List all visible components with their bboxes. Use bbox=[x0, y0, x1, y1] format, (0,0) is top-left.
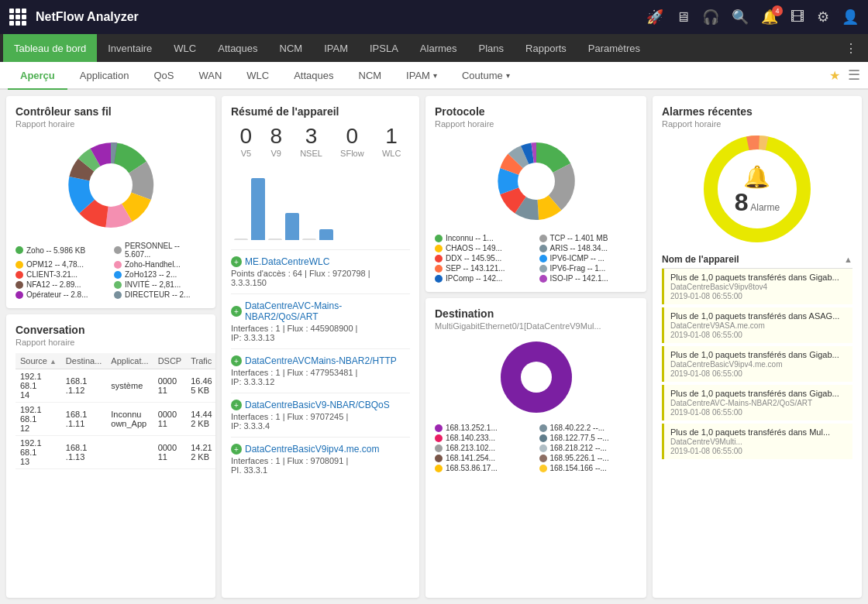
film-icon[interactable]: 🎞 bbox=[790, 9, 804, 26]
coutume-dropdown-icon: ▾ bbox=[506, 71, 510, 80]
sort-icon-alarm[interactable]: ▲ bbox=[844, 255, 852, 264]
top-bar-actions: 🚀 🖥 🎧 🔍 🔔 4 🎞 ⚙ 👤 bbox=[646, 9, 859, 26]
legend-dot bbox=[16, 261, 23, 269]
main-nav: Tableau de bord Inventaire WLC Attaques … bbox=[0, 34, 868, 62]
device-entry-3: + DataCentreAVCMains-NBAR2/HTTP Interfac… bbox=[231, 348, 410, 393]
nav-item-inventaire[interactable]: Inventaire bbox=[97, 34, 163, 62]
nav-item-tableau[interactable]: Tableau de bord bbox=[3, 34, 97, 62]
col-4: Alarmes récentes Rapport horaire 🔔 8 Ala… bbox=[653, 96, 862, 598]
destination-title: Destination bbox=[435, 307, 637, 320]
nav-more-button[interactable]: ⋮ bbox=[837, 41, 865, 56]
legend-dot bbox=[539, 245, 547, 252]
user-icon[interactable]: 👤 bbox=[842, 9, 859, 26]
dest-leg-1: 168.13.252.1... bbox=[435, 424, 533, 432]
legend-dot bbox=[539, 275, 547, 283]
alarm-title-4: Plus de 1,0 paquets transférés dans Giga… bbox=[670, 389, 846, 398]
legend-dot bbox=[435, 434, 443, 442]
nav-item-ipsla[interactable]: IPSLA bbox=[359, 34, 409, 62]
col-source[interactable]: Source ▲ bbox=[16, 353, 61, 369]
svg-point-1 bbox=[518, 163, 555, 200]
nav-item-attaques[interactable]: Attaques bbox=[207, 34, 268, 62]
sub-nav-apercu[interactable]: Aperçu bbox=[8, 62, 67, 90]
legend-dot bbox=[435, 245, 443, 252]
alarm-device-4: DataCentreAVC-Mains-NBAR2/QoS/ART bbox=[670, 399, 846, 407]
device-link-3[interactable]: + DataCentreAVCMains-NBAR2/HTTP bbox=[231, 355, 410, 366]
sub-nav: Aperçu Application QoS WAN WLC Attaques … bbox=[0, 62, 868, 90]
nav-item-ipam[interactable]: IPAM bbox=[313, 34, 359, 62]
device-info-5: Interfaces : 1 | Flux : 9708091 | PI. 33… bbox=[231, 456, 410, 475]
gauge-label: Alarme bbox=[750, 202, 780, 213]
proto-legend-aris: ARIS -- 148.34... bbox=[539, 244, 638, 252]
legend-invite: INVITÉ -- 2,81... bbox=[114, 280, 206, 289]
monitor-icon[interactable]: 🖥 bbox=[676, 9, 690, 26]
sub-nav-wan[interactable]: WAN bbox=[186, 62, 234, 90]
bar-wlc bbox=[319, 229, 333, 240]
col-dscp[interactable]: DSCP bbox=[153, 353, 187, 369]
settings-icon[interactable]: ⚙ bbox=[817, 9, 829, 26]
wireless-pie-svg bbox=[60, 135, 161, 235]
conversation-subtitle: Rapport horaire bbox=[16, 338, 206, 347]
stat-v9: 8 V9 bbox=[270, 124, 282, 158]
nav-item-rapports[interactable]: Rapports bbox=[515, 34, 577, 62]
dest-leg-4: 168.122.77.5 --... bbox=[539, 434, 638, 442]
sub-nav-coutume[interactable]: Coutume ▾ bbox=[450, 62, 522, 90]
col-traffic[interactable]: Trafic bbox=[186, 353, 215, 369]
legend-client: CLIENT-3.21... bbox=[16, 270, 108, 279]
view-icon[interactable]: ☰ bbox=[848, 67, 860, 84]
notification-icon[interactable]: 🔔 4 bbox=[761, 9, 778, 26]
device-info-4: Interfaces : 1 | Flux : 9707245 | IP: 3.… bbox=[231, 412, 410, 431]
legend-dot bbox=[16, 291, 23, 299]
sub-nav-ncm[interactable]: NCM bbox=[346, 62, 394, 90]
sub-nav-ipam[interactable]: IPAM ▾ bbox=[394, 62, 450, 90]
gauge-center: 🔔 8 Alarme bbox=[735, 164, 780, 214]
sub-nav-application[interactable]: Application bbox=[67, 62, 142, 90]
device-info-2: Interfaces : 1 | Flux : 445908900 | IP: … bbox=[231, 324, 410, 342]
star-icon[interactable]: ★ bbox=[829, 68, 840, 83]
device-summary-title: Résumé de l'appareil bbox=[231, 105, 410, 118]
proto-legend-ipv6frag: IPV6-Frag -- 1... bbox=[539, 264, 638, 273]
destination-legend: 168.13.252.1... 168.40.22.2 --... 168.14… bbox=[435, 424, 637, 472]
nav-item-ncm[interactable]: NCM bbox=[269, 34, 314, 62]
stat-nsel: 3 NSEL bbox=[300, 124, 322, 158]
sub-nav-wlc[interactable]: WLC bbox=[234, 62, 281, 90]
status-icon-1: + bbox=[231, 256, 242, 267]
bar-empty1 bbox=[268, 239, 282, 240]
device-entry-2: + DataCentreAVC-Mains-NBAR2/QoS/ART Inte… bbox=[231, 293, 410, 348]
device-link-5[interactable]: + DataCentreBasicV9ipv4.me.com bbox=[231, 444, 410, 455]
destination-card: Destination MultiGigabitEthernet0/1[Data… bbox=[425, 298, 646, 598]
nav-item-alarmes[interactable]: Alarmes bbox=[409, 34, 468, 62]
col-dest[interactable]: Destina... bbox=[61, 353, 106, 369]
device-link-2[interactable]: + DataCentreAVC-Mains-NBAR2/QoS/ART bbox=[231, 300, 410, 322]
dest-leg-7: 168.141.254... bbox=[435, 454, 533, 462]
device-link-1[interactable]: + ME.DataCentreWLC bbox=[231, 256, 410, 267]
headset-icon[interactable]: 🎧 bbox=[702, 9, 719, 26]
sub-nav-qos[interactable]: QoS bbox=[141, 62, 186, 90]
legend-zoho123: ZoHo123 -- 2... bbox=[114, 270, 206, 279]
col-app[interactable]: Applicat... bbox=[106, 353, 153, 369]
proto-legend-ddx: DDX -- 145.95... bbox=[435, 254, 533, 263]
protocol-card: Protocole Rapport horaire bbox=[425, 96, 646, 292]
stat-wlc: 1 WLC bbox=[382, 124, 401, 158]
alarm-device-1: DataCentreBasicV9ipv8tov4 bbox=[670, 283, 846, 291]
protocol-legend: Inconnu -- 1... TCP -- 1.401 MB CHAOS --… bbox=[435, 234, 637, 283]
legend-dot bbox=[539, 465, 547, 472]
nav-item-wlc[interactable]: WLC bbox=[163, 34, 207, 62]
destination-pie-svg bbox=[498, 338, 575, 416]
rocket-icon[interactable]: 🚀 bbox=[646, 9, 663, 26]
device-link-4[interactable]: + DataCentreBasicV9-NBAR/CBQoS bbox=[231, 400, 410, 410]
dest-leg-8: 168.95.226.1 --... bbox=[539, 454, 638, 462]
alarm-title-5: Plus de 1,0 paquets transférés dans Mul.… bbox=[670, 427, 846, 437]
grid-icon[interactable] bbox=[9, 9, 26, 26]
nav-item-parametres[interactable]: Paramètres bbox=[577, 34, 651, 62]
alarm-device-title: Nom de l'appareil bbox=[662, 254, 739, 265]
legend-zoho-handhel: Zoho-Handhel... bbox=[114, 260, 206, 269]
nav-item-plans[interactable]: Plans bbox=[468, 34, 515, 62]
protocol-pie bbox=[435, 135, 637, 228]
alarm-time-2: 2019-01-08 06:55:00 bbox=[670, 331, 846, 339]
legend-dot bbox=[539, 255, 547, 263]
sub-nav-attaques[interactable]: Attaques bbox=[281, 62, 346, 90]
legend-dot bbox=[16, 281, 23, 289]
alarm-item-1: Plus de 1,0 paquets transférés dans Giga… bbox=[662, 269, 852, 304]
device-summary-card: Résumé de l'appareil 0 V5 8 V9 3 NSEL 0 … bbox=[222, 96, 419, 598]
search-icon[interactable]: 🔍 bbox=[732, 9, 749, 26]
